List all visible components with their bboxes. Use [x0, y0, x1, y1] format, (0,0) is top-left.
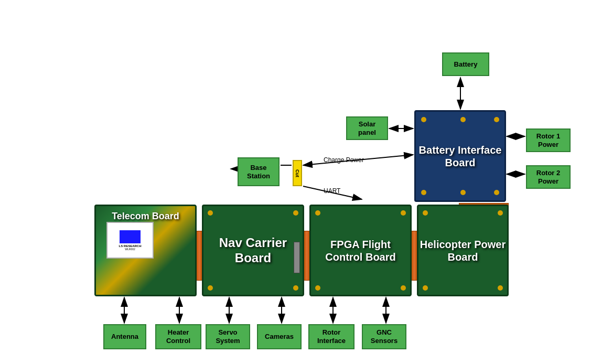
- gnc-sensors-label: GNCSensors: [362, 324, 406, 349]
- base-station-label: BaseStation: [238, 157, 280, 186]
- cameras-label: Cameras: [257, 324, 302, 349]
- solar-panel-label: Solarpanel: [346, 116, 388, 140]
- rotor2-power-label: Rotor 2Power: [526, 165, 571, 189]
- nav-carrier-board: Nav Carrier Board: [202, 205, 304, 296]
- diagram-container: Battery Interface Board LS RESEARCH WLR0…: [0, 0, 591, 364]
- telecom-board: LS RESEARCH WLR002 Telecom Board: [94, 205, 197, 296]
- rotor-interface-label: RotorInterface: [308, 324, 354, 349]
- antenna-label: Antenna: [103, 324, 146, 349]
- helicopter-power-board: Helicopter Power Board: [417, 205, 509, 296]
- fpga-flight-board: FPGA Flight Control Board: [309, 205, 412, 296]
- nav-carrier-label: Nav Carrier Board: [203, 206, 303, 295]
- helicopter-power-label: Helicopter Power Board: [418, 206, 507, 295]
- cut-connector: Cut: [293, 160, 302, 186]
- telecom-board-label: Telecom Board: [96, 209, 195, 224]
- heater-control-label: HeaterControl: [155, 324, 201, 349]
- uart-label: UART: [324, 187, 340, 195]
- rotor1-power-label: Rotor 1Power: [526, 129, 571, 152]
- servo-system-label: ServoSystem: [206, 324, 250, 349]
- battery-label: Battery: [442, 52, 489, 76]
- fpga-flight-label: FPGA Flight Control Board: [311, 206, 410, 295]
- charge-power-label: Charge Power: [324, 156, 364, 164]
- battery-interface-label: Battery Interface Board: [416, 112, 504, 200]
- battery-interface-board: Battery Interface Board: [414, 110, 506, 202]
